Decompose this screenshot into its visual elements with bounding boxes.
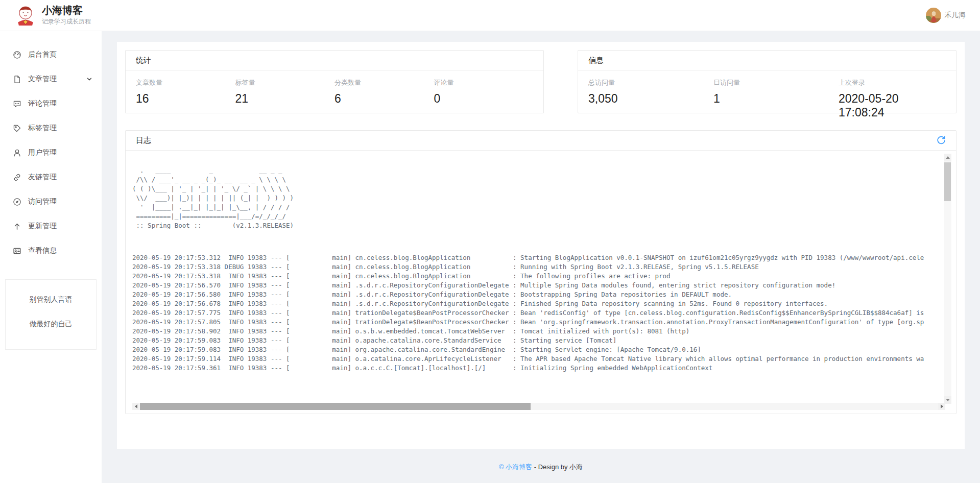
sidebar-item-view-info[interactable]: 查看信息: [0, 238, 102, 263]
refresh-icon[interactable]: [937, 136, 946, 145]
stat-comment-count: 评论量 0: [434, 78, 534, 106]
user-avatar: [926, 8, 941, 23]
log-card-header: 日志: [126, 131, 956, 151]
dashboard-icon: [13, 51, 21, 59]
stat-daily-visits: 日访问量 1: [713, 78, 839, 119]
sidebar-item-label: 文章管理: [28, 75, 57, 84]
stats-card-header: 统计: [126, 51, 543, 70]
info-card-title: 信息: [588, 56, 604, 65]
motto-line: 别管别人言语: [9, 295, 93, 304]
stats-card-body: 文章数量 16 标签量 21 分类数量 6 评论量 0: [126, 70, 543, 106]
sidebar: 后台首页 文章管理 评论管理: [0, 31, 102, 483]
sidebar-item-label: 评论管理: [28, 99, 57, 108]
page-footer: © 小海博客 - Design by 小海: [102, 463, 980, 472]
username: 禾几海: [944, 11, 966, 20]
info-card-header: 信息: [578, 51, 956, 70]
stats-card-title: 统计: [136, 56, 151, 65]
sidebar-item-dashboard[interactable]: 后台首页: [0, 42, 102, 67]
log-horizontal-scrollbar[interactable]: [132, 403, 945, 410]
triangle-down-icon: [946, 399, 950, 401]
stat-tag-count: 标签量 21: [235, 78, 335, 106]
sidebar-item-visits[interactable]: 访问管理: [0, 189, 102, 214]
site-subtitle: 记录学习成长历程: [42, 17, 91, 26]
scroll-right-arrow[interactable]: [938, 403, 945, 410]
arrow-up-icon: [13, 222, 21, 231]
horizontal-scroll-thumb[interactable]: [140, 403, 531, 410]
sidebar-item-label: 更新管理: [28, 222, 57, 231]
sidebar-item-articles[interactable]: 文章管理: [0, 67, 102, 91]
site-title: 小海博客: [42, 5, 91, 16]
spring-boot-banner: . ____ _ __ _ _ /\\ / ___'_ __ _ _(_)_ _…: [126, 151, 956, 230]
blog-mascot-logo-icon: [14, 4, 37, 27]
stat-category-count: 分类数量 6: [334, 78, 434, 106]
sidebar-item-label: 查看信息: [28, 246, 57, 255]
sidebar-item-label: 标签管理: [28, 124, 57, 133]
info-card: 信息 总访问量 3,050 日访问量 1 上次登录 2020-05-20 17:…: [578, 50, 957, 113]
log-vertical-scrollbar[interactable]: [944, 154, 951, 404]
link-icon: [13, 173, 21, 182]
app-header: 小海博客 记录学习成长历程 禾几海: [0, 0, 980, 31]
sidebar-item-friend-links[interactable]: 友链管理: [0, 165, 102, 189]
footer-design-text: - Design by 小海: [532, 463, 583, 471]
log-card: 日志 . ____ _ __ _ _ /\\ / ___'_ __ _ _(_)…: [125, 130, 957, 414]
stats-card: 统计 文章数量 16 标签量 21 分类数量 6 评论量 0: [125, 50, 544, 113]
scroll-up-arrow[interactable]: [944, 154, 951, 161]
log-output: . ____ _ __ _ _ /\\ / ___'_ __ _ _(_)_ _…: [126, 151, 956, 414]
footer-site-link[interactable]: © 小海博客: [499, 463, 532, 471]
compass-icon: [13, 198, 21, 206]
log-lines: 2020-05-19 20:17:53.312 INFO 19383 --- […: [126, 253, 956, 373]
comment-icon: [13, 100, 21, 108]
sidebar-item-tags[interactable]: 标签管理: [0, 116, 102, 140]
triangle-left-icon: [135, 404, 137, 408]
stat-article-count: 文章数量 16: [136, 78, 235, 106]
stat-total-visits: 总访问量 3,050: [588, 78, 713, 119]
idcard-icon: [13, 247, 21, 255]
main-content: 统计 文章数量 16 标签量 21 分类数量 6 评论量 0 信息: [117, 42, 965, 449]
sidebar-item-updates[interactable]: 更新管理: [0, 214, 102, 238]
file-icon: [13, 75, 21, 84]
motto-box: 别管别人言语 做最好的自己: [5, 279, 97, 350]
sidebar-item-label: 友链管理: [28, 173, 57, 182]
motto-line: 做最好的自己: [9, 320, 93, 329]
scroll-left-arrow[interactable]: [132, 403, 139, 410]
user-menu[interactable]: 禾几海: [926, 8, 966, 23]
chevron-down-icon: [86, 76, 92, 82]
sidebar-item-comments[interactable]: 评论管理: [0, 91, 102, 116]
vertical-scroll-thumb[interactable]: [944, 162, 951, 201]
sidebar-item-label: 用户管理: [28, 148, 57, 157]
brand-block: 小海博客 记录学习成长历程: [42, 5, 91, 26]
log-card-title: 日志: [136, 136, 151, 146]
sidebar-item-label: 访问管理: [28, 197, 57, 206]
sidebar-menu: 后台首页 文章管理 评论管理: [0, 42, 102, 263]
sidebar-item-label: 后台首页: [28, 50, 57, 59]
tag-icon: [13, 124, 21, 133]
triangle-right-icon: [941, 404, 943, 408]
info-card-body: 总访问量 3,050 日访问量 1 上次登录 2020-05-20 17:08:…: [578, 70, 956, 119]
triangle-up-icon: [946, 156, 950, 159]
user-icon: [13, 149, 21, 157]
stat-last-login: 上次登录 2020-05-20 17:08:24: [839, 78, 946, 119]
sidebar-item-users[interactable]: 用户管理: [0, 140, 102, 165]
